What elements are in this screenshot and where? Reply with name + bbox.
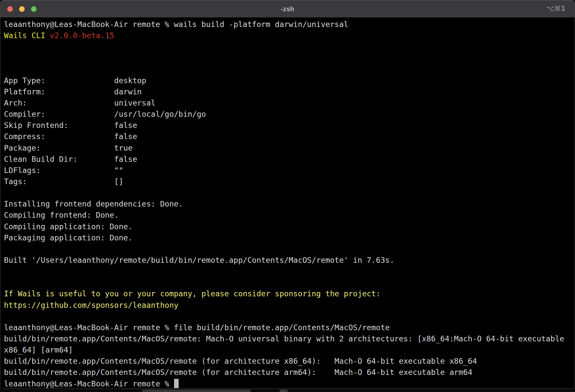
terminal-row: If Wails is useful to you or your compan… [4, 288, 575, 299]
close-button[interactable] [7, 6, 13, 12]
terminal-text: Tags: [] [4, 177, 123, 186]
terminal-text: If Wails is useful to you or your compan… [4, 289, 381, 298]
terminal-row: Platform: darwin [4, 86, 575, 97]
terminal-text: leaanthony@Leas-MacBook-Air remote % wai… [4, 20, 348, 29]
terminal-text: Compiler: /usr/local/go/bin/go [4, 110, 206, 118]
terminal-row: leaanthony@Leas-MacBook-Air remote % wai… [4, 19, 575, 30]
terminal-row: Clean Build Dir: false [4, 154, 575, 165]
terminal-text: Wails CLI [4, 31, 50, 40]
terminal-text: Built '/Users/leaanthony/remote/build/bi… [4, 256, 394, 264]
terminal-row [4, 187, 575, 198]
keyboard-shortcut-badge: ⌥⌘1 [546, 5, 565, 12]
terminal-row: LDFlags: "" [4, 165, 575, 176]
terminal-row [4, 243, 575, 255]
terminal-text: App Type: desktop [4, 76, 146, 85]
terminal-row: https://github.com/sponsors/leaanthony [4, 300, 575, 311]
terminal-text: Installing frontend dependencies: Done. [4, 199, 183, 208]
terminal-row: Tags: [] [4, 176, 575, 187]
terminal-row [4, 52, 575, 63]
terminal-text: Compiling application: Done. [4, 222, 133, 231]
window-title: -zsh [281, 5, 294, 13]
terminal-cursor [174, 379, 179, 388]
terminal-text: https://github.com/sponsors/leaanthony [4, 301, 178, 309]
terminal-row: Arch: universal [4, 97, 575, 109]
terminal-row [4, 64, 575, 75]
background-artifact [280, 390, 288, 392]
terminal-text: x86_64] [arm64] [4, 345, 73, 354]
terminal-text: build/bin/remote.app/Contents/MacOS/remo… [4, 334, 564, 343]
terminal-text: leaanthony@Leas-MacBook-Air remote % fil… [4, 323, 390, 332]
terminal-row: Installing frontend dependencies: Done. [4, 198, 575, 209]
terminal-text: Package: true [4, 143, 133, 152]
terminal-row: Compiling frontend: Done. [4, 209, 575, 221]
terminal-row [4, 266, 575, 277]
traffic-lights [7, 6, 37, 12]
titlebar[interactable]: -zsh ⌥⌘1 [0, 0, 575, 18]
terminal-window: -zsh ⌥⌘1 leaanthony@Leas-MacBook-Air rem… [0, 0, 575, 389]
terminal-row: Compiler: /usr/local/go/bin/go [4, 109, 575, 120]
terminal-text: build/bin/remote.app/Contents/MacOS/remo… [4, 356, 477, 365]
background-artifact [142, 390, 251, 392]
terminal-text: build/bin/remote.app/Contents/MacOS/remo… [4, 368, 472, 377]
terminal-output[interactable]: leaanthony@Leas-MacBook-Air remote % wai… [0, 17, 575, 388]
terminal-text: v2.0.0-beta.15 [50, 31, 114, 40]
terminal-row: leaanthony@Leas-MacBook-Air remote % [4, 378, 575, 389]
terminal-row [4, 277, 575, 288]
terminal-text: leaanthony@Leas-MacBook-Air remote % [4, 379, 174, 388]
terminal-row: build/bin/remote.app/Contents/MacOS/remo… [4, 333, 575, 344]
terminal-text: Compiling frontend: Done. [4, 210, 119, 219]
terminal-row: App Type: desktop [4, 75, 575, 86]
terminal-text: LDFlags: "" [4, 166, 123, 175]
minimize-button[interactable] [19, 6, 25, 12]
terminal-row: build/bin/remote.app/Contents/MacOS/remo… [4, 367, 575, 378]
terminal-row: x86_64] [arm64] [4, 344, 575, 355]
terminal-row: Compiling application: Done. [4, 221, 575, 232]
terminal-row: build/bin/remote.app/Contents/MacOS/remo… [4, 355, 575, 367]
terminal-row: Packaging application: Done. [4, 232, 575, 243]
terminal-row: Wails CLI v2.0.0-beta.15 [4, 30, 575, 41]
terminal-row: Built '/Users/leaanthony/remote/build/bi… [4, 255, 575, 266]
terminal-row: Package: true [4, 142, 575, 154]
terminal-row [4, 311, 575, 322]
terminal-text: Clean Build Dir: false [4, 155, 137, 163]
terminal-text: Skip Frontend: false [4, 121, 137, 130]
terminal-row: leaanthony@Leas-MacBook-Air remote % fil… [4, 322, 575, 333]
terminal-text: Platform: darwin [4, 87, 142, 96]
terminal-text: Packaging application: Done. [4, 233, 133, 242]
terminal-row: Compress: false [4, 131, 575, 142]
terminal-row: Skip Frontend: false [4, 120, 575, 131]
terminal-text: Arch: universal [4, 98, 156, 107]
terminal-text: Compress: false [4, 132, 137, 141]
zoom-button[interactable] [31, 6, 37, 12]
terminal-row [4, 41, 575, 52]
